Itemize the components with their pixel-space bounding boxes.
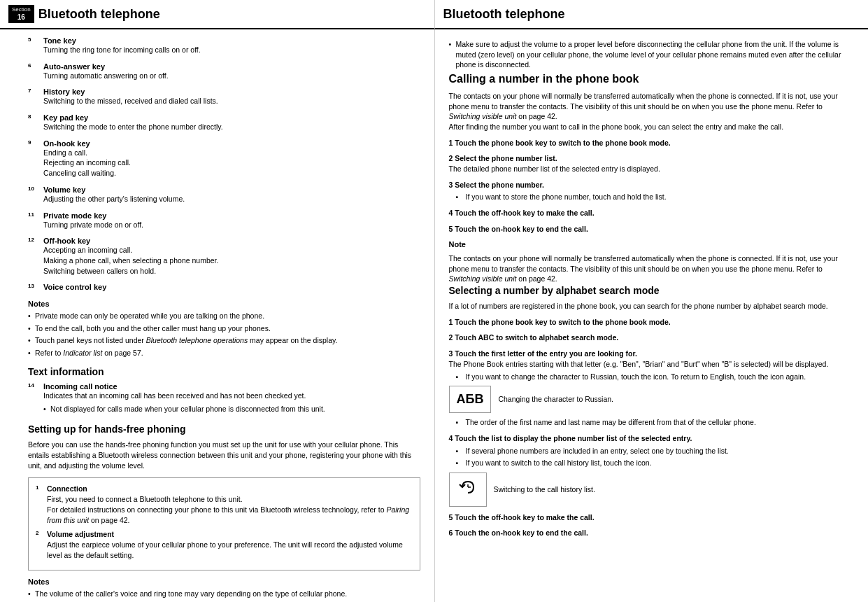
section-label: Section xyxy=(12,6,31,13)
calling-step-4: 4 Touch the off-hook key to make the cal… xyxy=(449,208,855,218)
left-page-header: Section 16 Bluetooth telephone xyxy=(0,0,434,29)
auto-answer-body: Turning automatic answering on or off. xyxy=(43,71,169,81)
item-private-mode: 11 Private mode key Turning private mode… xyxy=(28,211,420,230)
keypad-key-title: Key pad key xyxy=(43,113,223,122)
history-key-body: Switching to the missed, received and di… xyxy=(43,96,218,106)
offhook-key-body: Accepting an incoming call.Making a phon… xyxy=(43,245,218,276)
sel-step-1: 1 Touch the phone book key to switch to … xyxy=(449,317,855,328)
volume-key-body: Adjusting the other party's listening vo… xyxy=(43,194,185,204)
sel-step-6: 6 Touch the on-hook key to end the call. xyxy=(449,528,855,538)
info-box-num-1: 1 xyxy=(36,484,47,525)
history-icon-svg xyxy=(455,477,481,497)
step3-bullet-mark: ▪ xyxy=(456,192,466,202)
tone-key-body: Turning the ring tone for incoming calls… xyxy=(43,45,201,55)
item-auto-answer: 6 Auto-answer key Turning automatic answ… xyxy=(28,62,420,81)
item-number-8: 8 xyxy=(28,113,41,132)
calling-step4-title: Touch the off-hook key to make the call. xyxy=(455,209,594,217)
history-caption: Switching to the call history list. xyxy=(494,484,595,495)
calling-step2-body: The detailed phone number list of the se… xyxy=(449,164,660,173)
notes2-item-1: The volume of the caller's voice and rin… xyxy=(28,589,420,599)
step3-bullet-text: If you want to store the phone number, t… xyxy=(466,192,667,202)
calling-step-5: 5 Touch the on-hook key to end the call. xyxy=(449,224,855,234)
sel-step3-body: The Phone Book entries starting with tha… xyxy=(449,360,829,368)
notes-item-1: Private mode can only be operated while … xyxy=(28,311,420,321)
right-content-area: Make sure to adjust the volume to a prop… xyxy=(434,29,869,602)
item-tone-key: 5 Tone key Turning the ring tone for inc… xyxy=(28,36,420,55)
sel-order-bullet-text: The order of the first name and last nam… xyxy=(466,417,756,428)
text-information-heading: Text information xyxy=(28,365,420,378)
step3-bullet: ▪ If you want to store the phone number,… xyxy=(456,192,855,202)
sel-step-5: 5 Touch the off-hook key to make the cal… xyxy=(449,512,855,523)
item-incoming-notice: 14 Incoming call notice Indicates that a… xyxy=(28,382,420,416)
sel-step3-title: Touch the first letter of the entry you … xyxy=(455,349,637,358)
tone-key-title: Tone key xyxy=(43,36,201,45)
right-page-header: Bluetooth telephone xyxy=(434,0,869,29)
sel-step4-title: Touch the list to display the phone numb… xyxy=(455,434,692,442)
sel-step6-title: Touch the on-hook key to end the call. xyxy=(455,528,588,537)
private-mode-body: Turning private mode on or off. xyxy=(43,220,143,230)
section-number: 16 xyxy=(17,13,25,22)
right-header-title: Bluetooth telephone xyxy=(443,7,565,22)
notes2-title: Notes xyxy=(28,578,420,586)
calling-step-3: 3 Select the phone number. ▪ If you want… xyxy=(449,180,855,202)
section-badge: Section 16 xyxy=(8,5,34,23)
info-box-num-2: 2 xyxy=(36,529,47,560)
sel-order-bullet: ▪ The order of the first name and last n… xyxy=(456,417,855,428)
calling-intro: The contacts on your phone will normally… xyxy=(449,91,855,132)
notes-item-3: Touch panel keys not listed under Blueto… xyxy=(28,335,420,346)
sel-step4-bullet2-text: If you want to switch to the call histor… xyxy=(466,458,652,468)
incoming-notice-body: Indicates that an incoming call has been… xyxy=(43,391,325,401)
calling-step1-title: Touch the phone book key to switch to th… xyxy=(455,139,670,147)
calling-note-title: Note xyxy=(449,239,855,250)
sel-step4-bullet2: ▪ If you want to switch to the call hist… xyxy=(456,458,855,468)
selecting-intro: If a lot of numbers are registered in th… xyxy=(449,301,855,312)
volume-key-title: Volume key xyxy=(43,186,185,194)
russian-caption: Changing the character to Russian. xyxy=(498,394,613,405)
notes-list: Private mode can only be operated while … xyxy=(28,311,420,358)
item-onhook-key: 9 On-hook key Ending a call.Rejecting an… xyxy=(28,139,420,178)
keypad-key-body: Switching the mode to enter the phone nu… xyxy=(43,122,223,132)
sel-step4-bullet1: ▪ If several phone numbers are included … xyxy=(456,446,855,456)
setting-up-heading: Setting up for hands-free phoning xyxy=(28,423,420,435)
offhook-key-title: Off-hook key xyxy=(43,237,218,245)
left-notes-section: Notes Private mode can only be operated … xyxy=(28,300,420,358)
calling-step3-title: Select the phone number. xyxy=(455,181,544,189)
calling-note-section: Note The contacts on your phone will nor… xyxy=(449,239,855,284)
russian-char-box: АБВ xyxy=(449,386,492,413)
item-offhook-key: 12 Off-hook key Accepting an incoming ca… xyxy=(28,237,420,276)
item-voice-control: 13 Voice control key xyxy=(28,283,420,293)
incoming-notice-title: Incoming call notice xyxy=(43,382,325,391)
make-sure-bullet: Make sure to adjust the volume to a prop… xyxy=(449,39,855,70)
item-number-5: 5 xyxy=(28,36,41,55)
info-box-title-1: Connection xyxy=(47,484,413,494)
item-number-10: 10 xyxy=(28,186,41,204)
notes-item-2: To end the call, both you and the other … xyxy=(28,323,420,334)
history-icon-box xyxy=(449,472,487,506)
notes2-section: Notes The volume of the caller's voice a… xyxy=(28,578,420,602)
item-number-6: 6 xyxy=(28,62,41,81)
item-number-7: 7 xyxy=(28,88,41,106)
calling-step-2: 2 Select the phone number list. The deta… xyxy=(449,153,855,174)
item-number-14: 14 xyxy=(28,382,41,416)
left-content-area: 5 Tone key Turning the ring tone for inc… xyxy=(0,29,434,602)
item-volume-key: 10 Volume key Adjusting the other party'… xyxy=(28,186,420,204)
russian-char-container: АБВ Changing the character to Russian. xyxy=(449,386,855,413)
history-icon-container: Switching to the call history list. xyxy=(449,472,855,506)
calling-step-1: 1 Touch the phone book key to switch to … xyxy=(449,138,855,148)
info-box-item-2: 2 Volume adjustment Adjust the earpiece … xyxy=(36,529,413,560)
incoming-bullet-1: Not displayed for calls made when your c… xyxy=(43,404,325,414)
selecting-heading: Selecting a number by alphabet search mo… xyxy=(449,284,855,297)
incoming-notice-list: Not displayed for calls made when your c… xyxy=(43,404,325,414)
auto-answer-title: Auto-answer key xyxy=(43,62,169,71)
notes-item-4: Refer to Indicator list on page 57. xyxy=(28,348,420,358)
sel-step3-bullet-text: If you want to change the character to R… xyxy=(466,372,806,382)
sel-step4-bullet1-text: If several phone numbers are included in… xyxy=(466,446,729,456)
sel-step-2: 2 Touch ABC to switch to alphabet search… xyxy=(449,332,855,343)
private-mode-title: Private mode key xyxy=(43,211,143,220)
info-box: 1 Connection First, you need to connect … xyxy=(28,477,420,570)
setting-up-body: Before you can use the hands-free phonin… xyxy=(28,440,420,470)
info-box-body-2: Adjust the earpiece volume of your cellu… xyxy=(47,540,413,560)
item-number-13: 13 xyxy=(28,283,41,293)
calling-note-body: The contacts on your phone will normally… xyxy=(449,253,855,284)
item-number-12: 12 xyxy=(28,237,41,276)
